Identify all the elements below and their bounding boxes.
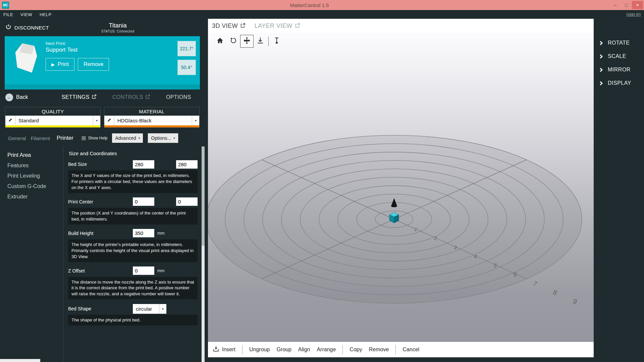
ungroup-button[interactable]: Ungroup: [249, 347, 270, 353]
advanced-dropdown[interactable]: Advanced ▾: [112, 133, 143, 143]
build-height-label: Build Height: [68, 231, 133, 236]
copy-button[interactable]: Copy: [350, 347, 362, 353]
tab-options-label: OPTIONS: [166, 94, 191, 100]
external-link-icon: [240, 22, 245, 29]
print-object-cube[interactable]: [389, 212, 399, 223]
tab-filament[interactable]: Filament: [31, 135, 50, 141]
scrollbar-thumb[interactable]: [202, 146, 205, 246]
window-title: MatterControl 1.5: [9, 2, 610, 8]
menu-view[interactable]: VIEW: [20, 12, 32, 17]
scene-toolbar: Insert Ungroup Group Align Arrange Copy …: [208, 342, 594, 357]
tab-general[interactable]: General: [8, 135, 26, 141]
disconnect-button[interactable]: DISCONNECT: [0, 19, 54, 36]
insert-button[interactable]: Insert: [213, 346, 235, 354]
tab-options[interactable]: OPTIONS: [166, 94, 191, 100]
bed-shape-select[interactable]: circular ▾: [133, 304, 166, 314]
close-button[interactable]: ×: [632, 1, 643, 9]
z-offset-help: The distance to move the nozzle along th…: [68, 277, 198, 300]
z-offset-unit: mm: [157, 268, 165, 273]
next-print-block: Next Print: Support Test ▶ Print Remove: [46, 40, 109, 71]
printer-name: Titania: [54, 22, 181, 29]
drop-to-bed-button[interactable]: [254, 35, 267, 48]
tab-settings[interactable]: SETTINGS: [62, 94, 96, 100]
tab-layer-view[interactable]: LAYER VIEW: [255, 22, 300, 29]
z-offset-input[interactable]: [133, 266, 154, 275]
options-dropdown[interactable]: Options... ▾: [148, 133, 178, 143]
app-logo: MC: [2, 2, 9, 9]
part-thumbnail: [13, 40, 39, 78]
print-queue-panel: Next Print: Support Test ▶ Print Remove …: [5, 36, 200, 84]
pencil-icon: [8, 118, 13, 124]
bed-size-y-input[interactable]: [176, 160, 198, 169]
print-center-x-input[interactable]: [133, 197, 154, 206]
temperature-widgets: 221.7° 50.4°: [177, 40, 196, 75]
chevron-right-icon: [598, 41, 603, 45]
sidebar-item-print-area[interactable]: Print Area: [7, 151, 63, 159]
viewport-3d-canvas[interactable]: 1 2 3 4 5 6 7 8 9: [208, 33, 594, 342]
settings-scrollbar[interactable]: [202, 146, 205, 362]
printer-header: DISCONNECT Titania STATUS: Connected: [0, 19, 205, 36]
maximize-button[interactable]: □: [621, 1, 632, 9]
menu-help[interactable]: HELP: [40, 12, 52, 17]
menu-file[interactable]: FILE: [3, 12, 13, 17]
show-help-checkbox[interactable]: ☒ Show Help: [82, 136, 107, 141]
sidebar-item-custom-gcode[interactable]: Custom G-Code: [7, 182, 63, 190]
dropdown-arrow-icon[interactable]: ▾: [192, 116, 199, 125]
svg-text:7: 7: [532, 280, 538, 288]
minimize-button[interactable]: –: [610, 1, 621, 9]
material-label: MATERIAL: [104, 107, 199, 116]
window-controls: – □ ×: [610, 1, 643, 9]
quality-label: QUALITY: [5, 107, 100, 116]
edit-material-button[interactable]: [104, 116, 114, 125]
sidebar-item-extruder[interactable]: Extruder: [7, 193, 63, 200]
mirror-section-button[interactable]: MIRROR: [594, 63, 644, 76]
edit-quality-button[interactable]: [5, 116, 15, 125]
rotate-view-button[interactable]: [227, 35, 240, 48]
material-select[interactable]: HDGlass-Black: [114, 116, 192, 125]
printer-identity: Titania STATUS: Connected: [54, 22, 205, 33]
toolbar-divider: [268, 37, 269, 46]
z-probe-button[interactable]: [270, 35, 283, 48]
display-section-button[interactable]: DISPLAY: [594, 76, 644, 90]
extruder-temp-display[interactable]: 221.7°: [177, 41, 196, 56]
viewport-toolbar: [213, 35, 283, 48]
print-center-help: The position (X and Y coordinates) of th…: [68, 208, 198, 225]
home-view-button[interactable]: [213, 35, 227, 48]
power-icon: [5, 24, 11, 31]
z-offset-label: Z Offset: [68, 268, 133, 274]
tab-controls-label: CONTROLS: [112, 94, 143, 100]
scale-section-button[interactable]: SCALE: [594, 50, 644, 63]
pan-view-button[interactable]: [240, 35, 254, 48]
svg-text:8: 8: [552, 288, 558, 297]
bed-temp-display[interactable]: 50.4°: [177, 60, 196, 75]
printer-panel: DISCONNECT Titania STATUS: Connected Nex…: [0, 19, 205, 362]
tab-3d-view[interactable]: 3D VIEW: [212, 22, 245, 29]
print-button[interactable]: ▶ Print: [46, 58, 74, 71]
rotate-section-button[interactable]: ROTATE: [594, 36, 644, 50]
build-height-input[interactable]: [133, 229, 154, 237]
arrange-button[interactable]: Arrange: [317, 347, 336, 353]
group-button[interactable]: Group: [276, 347, 291, 353]
back-arrow-icon: ←: [5, 94, 13, 101]
quality-select[interactable]: Standard: [15, 116, 93, 125]
remove-button[interactable]: Remove: [78, 58, 109, 71]
print-center-y-input[interactable]: [176, 197, 198, 206]
sidebar-item-print-leveling[interactable]: Print Leveling: [7, 172, 63, 180]
bed-size-x-input[interactable]: [133, 160, 154, 169]
tab-controls[interactable]: CONTROLS: [112, 94, 150, 100]
tab-printer[interactable]: Printer: [57, 135, 73, 141]
dropdown-arrow-icon[interactable]: ▾: [93, 116, 100, 125]
rotate-section-label: ROTATE: [608, 40, 630, 46]
sidebar-item-features[interactable]: Features: [7, 162, 63, 169]
remove-object-button[interactable]: Remove: [369, 347, 389, 353]
bed-shape-label: Bed Shape: [68, 306, 133, 311]
quality-preset: QUALITY Standard ▾: [5, 107, 101, 128]
back-button[interactable]: ← Back: [5, 94, 28, 101]
bed-size-label: Bed Size: [68, 162, 133, 167]
cancel-button[interactable]: Cancel: [402, 347, 419, 353]
dropdown-arrow-icon: ▾: [159, 304, 166, 314]
align-button[interactable]: Align: [298, 347, 310, 353]
sign-in-link[interactable]: (sign in): [626, 12, 641, 17]
show-help-label: Show Help: [88, 136, 107, 140]
settings-body: Print Area Features Print Leveling Custo…: [0, 146, 205, 362]
